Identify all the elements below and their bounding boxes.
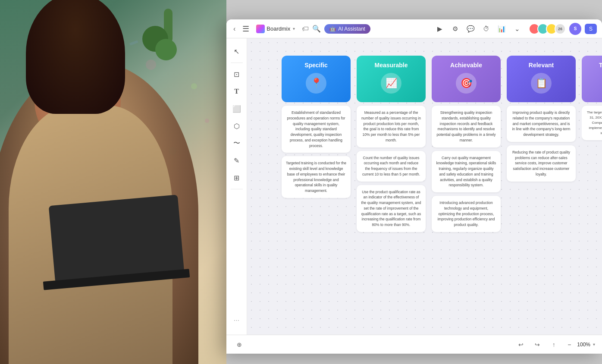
tool-separator-1 bbox=[231, 63, 243, 63]
card-achievable-icon: 🎯 bbox=[456, 73, 477, 94]
ai-icon: 🤖 bbox=[329, 26, 336, 32]
tool-more[interactable]: ··· bbox=[234, 317, 239, 329]
app-window: ‹ ☰ Boardmix ▾ 🏷 🔍 🤖 AI Assistant ▶ ⚙ 💬 … bbox=[226, 19, 602, 354]
zoom-out-button[interactable]: − bbox=[564, 339, 574, 350]
bottom-toolbar-left: ⊕ bbox=[233, 339, 245, 351]
share-button[interactable]: S bbox=[585, 24, 597, 34]
boardmix-logo-icon bbox=[256, 25, 265, 33]
ai-assistant-label: AI Assistant bbox=[338, 26, 365, 32]
tool-pen[interactable]: ✎ bbox=[229, 153, 245, 168]
timer-icon[interactable]: ⏱ bbox=[480, 23, 492, 35]
bottom-toolbar-right: ↩ ↪ ↑ − 100% ▾ bbox=[515, 339, 595, 351]
add-object-button[interactable]: ⊕ bbox=[233, 339, 245, 351]
titlebar: ‹ ☰ Boardmix ▾ 🏷 🔍 🤖 AI Assistant ▶ ⚙ 💬 … bbox=[226, 19, 602, 38]
canvas-area[interactable]: Specific 📍 Establishment of standardized… bbox=[247, 38, 602, 335]
card-measurable-box-3[interactable]: Use the product qualification rate as an… bbox=[357, 185, 426, 232]
avatar-group: 26 bbox=[529, 23, 566, 35]
card-relevant: Relevant 📋 Improving product quality is … bbox=[507, 56, 576, 232]
card-timebound-header: Time-bound ⏰ bbox=[582, 56, 602, 102]
content-area: ↖ ⊡ T ⬜ ⬡ 〜 ✎ ⊞ ··· Specific 📍 bbox=[226, 38, 602, 335]
undo-button[interactable]: ↩ bbox=[515, 339, 527, 351]
boardmix-logo[interactable]: Boardmix ▾ bbox=[253, 23, 298, 35]
bottom-toolbar: ⊕ ↩ ↪ ↑ − 100% ▾ bbox=[226, 335, 602, 354]
tool-frame[interactable]: ⊡ bbox=[229, 66, 245, 82]
card-achievable-box-2[interactable]: Carry out quality management knowledge t… bbox=[432, 151, 501, 193]
svg-point-3 bbox=[191, 83, 197, 89]
avatar-count[interactable]: 26 bbox=[555, 23, 566, 35]
card-achievable: Achievable 🎯 Strengthening quality inspe… bbox=[432, 56, 501, 232]
pointer-tool-button[interactable]: ↑ bbox=[548, 339, 560, 351]
tool-cursor[interactable]: ↖ bbox=[229, 44, 245, 59]
zoom-level: 100% bbox=[577, 342, 590, 348]
ai-assistant-button[interactable]: 🤖 AI Assistant bbox=[324, 24, 370, 34]
sidebar-tools: ↖ ⊡ T ⬜ ⬡ 〜 ✎ ⊞ ··· bbox=[226, 38, 247, 335]
tool-components[interactable]: ⊞ bbox=[229, 170, 245, 185]
search-icon[interactable]: 🔍 bbox=[312, 25, 321, 33]
menu-icon[interactable]: ☰ bbox=[242, 24, 249, 34]
play-icon[interactable]: ▶ bbox=[434, 23, 446, 35]
card-timebound-title: Time-bound bbox=[599, 62, 602, 69]
card-measurable-box-2[interactable]: Count the number of quality issues occur… bbox=[357, 151, 426, 182]
redo-button[interactable]: ↪ bbox=[531, 339, 543, 351]
card-specific: Specific 📍 Establishment of standardized… bbox=[282, 56, 351, 232]
background-photo bbox=[0, 0, 226, 364]
svg-rect-5 bbox=[129, 40, 138, 45]
card-measurable-box-1[interactable]: Measured as a percentage of the number o… bbox=[357, 106, 426, 147]
back-button[interactable]: ‹ bbox=[232, 23, 237, 35]
card-specific-title: Specific bbox=[304, 62, 328, 69]
card-achievable-title: Achievable bbox=[450, 62, 482, 69]
card-specific-box-2[interactable]: Targeted training is conducted for the e… bbox=[282, 156, 351, 198]
card-relevant-box-1[interactable]: Improving product quality is directly re… bbox=[507, 106, 576, 142]
tool-separator-2 bbox=[231, 189, 243, 189]
tool-connector[interactable]: 〜 bbox=[229, 135, 245, 151]
card-specific-header: Specific 📍 bbox=[282, 56, 351, 102]
card-relevant-title: Relevant bbox=[529, 62, 554, 69]
card-measurable-title: Measurable bbox=[374, 62, 408, 69]
zoom-dropdown-icon[interactable]: ▾ bbox=[593, 342, 595, 347]
comment-icon[interactable]: 💬 bbox=[465, 23, 477, 35]
current-user-avatar[interactable]: S bbox=[569, 23, 581, 35]
card-achievable-box-3[interactable]: Introducing advanced production technolo… bbox=[432, 196, 501, 232]
boardmix-logo-text: Boardmix bbox=[267, 25, 290, 32]
titlebar-actions: ▶ ⚙ 💬 ⏱ 📊 ⌄ 26 S S bbox=[434, 23, 597, 35]
svg-point-10 bbox=[205, 119, 209, 123]
logo-dropdown-icon[interactable]: ▾ bbox=[293, 26, 295, 31]
tag-icon[interactable]: 🏷 bbox=[302, 25, 309, 33]
smart-cards-container: Specific 📍 Establishment of standardized… bbox=[282, 56, 602, 232]
card-measurable-icon: 📈 bbox=[381, 73, 401, 94]
card-relevant-header: Relevant 📋 bbox=[507, 56, 576, 102]
card-measurable: Measurable 📈 Measured as a percentage of… bbox=[357, 56, 426, 232]
card-achievable-header: Achievable 🎯 bbox=[432, 56, 501, 102]
tool-sticky[interactable]: ⬜ bbox=[229, 101, 245, 116]
tool-text[interactable]: T bbox=[229, 84, 245, 99]
chart-icon[interactable]: 📊 bbox=[496, 23, 508, 35]
settings-icon[interactable]: ⚙ bbox=[449, 23, 461, 35]
svg-point-2 bbox=[146, 60, 156, 70]
share-label: S bbox=[589, 26, 593, 32]
card-relevant-box-2[interactable]: Reducing the rate of product quality pro… bbox=[507, 145, 576, 182]
more-icon[interactable]: ⌄ bbox=[511, 23, 524, 35]
zoom-control: − 100% ▾ bbox=[564, 339, 595, 350]
card-measurable-header: Measurable 📈 bbox=[357, 56, 426, 102]
tool-shapes[interactable]: ⬡ bbox=[229, 118, 245, 134]
card-specific-icon: 📍 bbox=[306, 73, 326, 94]
card-relevant-icon: 📋 bbox=[531, 73, 552, 94]
card-timebound: Time-bound ⏰ The target deadline is Dece… bbox=[582, 56, 602, 232]
card-specific-box-1[interactable]: Establishment of standardized procedures… bbox=[282, 106, 351, 153]
card-timebound-box-1[interactable]: The target deadline is December 31, 20XX… bbox=[582, 106, 602, 140]
card-achievable-box-1[interactable]: Strengthening quality inspection standar… bbox=[432, 106, 501, 147]
